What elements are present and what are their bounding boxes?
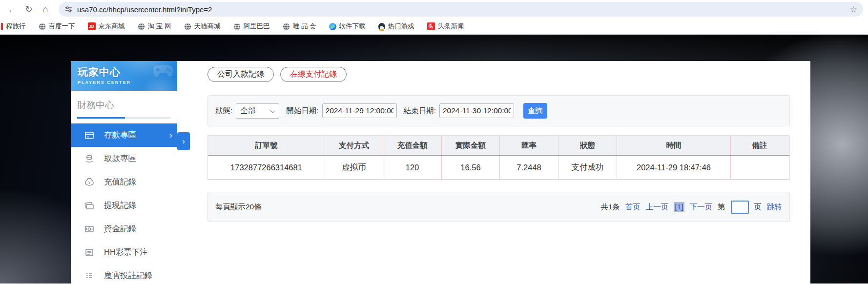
- bookmark-label: 程旅行: [6, 22, 26, 31]
- address-bar[interactable]: usa70.cc/hhcp/usercenter.html?iniType=2 …: [59, 2, 863, 17]
- globe-icon: [283, 23, 290, 30]
- jump-action-link[interactable]: 跳转: [767, 202, 782, 212]
- prev-page-link[interactable]: 上一页: [646, 202, 669, 212]
- svg-text:¥: ¥: [88, 181, 91, 185]
- chevron-down-icon: [270, 108, 275, 113]
- main-container: 玩家中心 PLAYERS CENTER 財務中心 存款專區 ›: [71, 61, 810, 284]
- column-header-order-no: 訂單號: [208, 136, 325, 155]
- records-table: 訂單號 支付方式 充值金額 實際金額 匯率 狀態 時間 備註 173287726…: [207, 135, 790, 180]
- globe-icon: [138, 23, 145, 30]
- column-header-rate: 匯率: [499, 136, 558, 155]
- sidebar-subtitle: PLAYERS CENTER: [78, 80, 177, 85]
- bookmark-item[interactable]: 程旅行: [1, 22, 26, 31]
- penguin-icon: [378, 23, 385, 30]
- bookmark-label: 热门游戏: [388, 22, 414, 31]
- cell-time: 2024-11-29 18:47:46: [617, 156, 730, 179]
- bookmark-item[interactable]: 热门游戏: [378, 22, 414, 31]
- browser-toolbar: ← ↻ ⌂ usa70.cc/hhcp/usercenter.html?iniT…: [0, 0, 868, 19]
- status-selected-value: 全部: [240, 106, 255, 116]
- end-date-label: 結束日期:: [404, 106, 436, 116]
- filter-bar: 狀態: 全部 開始日期: 結束日期: 查詢: [207, 95, 790, 126]
- clipped-favicon-icon: [1, 23, 3, 30]
- status-select[interactable]: 全部: [236, 103, 279, 119]
- cell-payment-method: 虚拟币: [325, 156, 383, 179]
- table-row: 1732877266314681 虚拟币 120 16.56 7.2448 支付…: [208, 156, 789, 180]
- bookmark-star-icon[interactable]: ☆: [850, 4, 857, 15]
- page-size-text: 每頁顯示20條: [215, 202, 262, 212]
- jd-icon: JD: [88, 22, 96, 30]
- bookmark-item[interactable]: 阿里巴巴: [233, 22, 270, 31]
- pagination-controls: 共1条 首页 上一页 [1] 下一页 第 页 跳转: [600, 201, 782, 214]
- sidebar-menu: 存款專區 › 取款專區 ¥ 充值記錄 提現記錄: [71, 123, 177, 284]
- sidebar-item-funds-records[interactable]: 資金記錄: [71, 217, 177, 241]
- page-background: 玩家中心 PLAYERS CENTER 財務中心 存款專區 ›: [0, 35, 868, 284]
- sidebar-item-hh-lottery-bets[interactable]: HH彩票下注: [71, 241, 177, 264]
- bookmark-label: 头条新闻: [438, 22, 464, 31]
- cell-status: 支付成功: [558, 156, 617, 179]
- chevron-right-icon: ›: [169, 130, 172, 141]
- deposit-card-icon: [84, 130, 95, 140]
- cell-actual-amount: 16.56: [441, 156, 499, 179]
- sidebar-item-withdraw-zone[interactable]: 取款專區: [71, 147, 177, 170]
- first-page-link[interactable]: 首页: [625, 202, 641, 212]
- banknote-icon: [84, 224, 95, 234]
- tab-company-deposit-records[interactable]: 公司入款記錄: [207, 67, 274, 82]
- page-jump-input[interactable]: [731, 201, 749, 214]
- sidebar-item-deposit-zone[interactable]: 存款專區 ›: [71, 123, 177, 147]
- tab-online-payment-records[interactable]: 在線支付記錄: [280, 67, 347, 82]
- pagination-bar: 每頁顯示20條 共1条 首页 上一页 [1] 下一页 第 页 跳转: [207, 192, 790, 222]
- bookmark-label: 淘 宝 网: [148, 22, 171, 31]
- bookmark-label: 天猫商城: [194, 22, 221, 31]
- current-page-indicator: [1]: [674, 202, 684, 212]
- bookmark-item[interactable]: 天猫商城: [184, 22, 221, 31]
- site-settings-icon[interactable]: [64, 5, 72, 13]
- sidebar-item-magic-bet-records[interactable]: 魔寶投註記錄: [71, 264, 177, 284]
- sidebar-item-withdrawal-records[interactable]: 提現記錄: [71, 194, 177, 217]
- list-icon: [84, 271, 95, 281]
- column-header-payment-method: 支付方式: [325, 136, 383, 155]
- start-date-input[interactable]: [322, 103, 397, 118]
- bookmark-item[interactable]: 软件下载: [329, 22, 366, 31]
- bookmark-item[interactable]: 百度一下: [39, 22, 75, 31]
- bookmark-item[interactable]: JD 京东商城: [88, 22, 125, 31]
- bookmark-item[interactable]: 头 头条新闻: [427, 22, 464, 31]
- status-label: 狀態:: [215, 106, 232, 116]
- home-icon[interactable]: ⌂: [38, 2, 53, 17]
- column-header-remark: 備註: [730, 136, 788, 155]
- total-count: 共1条: [600, 202, 620, 212]
- reload-icon[interactable]: ↻: [21, 2, 36, 17]
- end-date-input[interactable]: [439, 103, 514, 118]
- bookmarks-bar: 程旅行 百度一下 JD 京东商城 淘 宝 网 天猫商城 阿里巴巴 唯 品 会 软…: [0, 19, 868, 35]
- url-text[interactable]: usa70.cc/hhcp/usercenter.html?iniType=2: [77, 5, 850, 14]
- sidebar-item-label: 提現記錄: [104, 200, 136, 211]
- search-button[interactable]: 查詢: [523, 103, 547, 119]
- sidebar-collapse-handle[interactable]: ›: [177, 132, 190, 150]
- players-center-banner: 玩家中心 PLAYERS CENTER: [71, 61, 177, 91]
- bookmark-item[interactable]: 淘 宝 网: [138, 22, 171, 31]
- cash-icon: [84, 201, 95, 210]
- cell-rate: 7.2448: [499, 156, 558, 179]
- cell-recharge-amount: 120: [383, 156, 441, 179]
- ticket-list-icon: [84, 247, 95, 257]
- gamepad-icon: [152, 63, 174, 78]
- hand-coin-icon: [84, 154, 95, 163]
- bookmark-item[interactable]: 唯 品 会: [283, 22, 316, 31]
- table-header-row: 訂單號 支付方式 充值金額 實際金額 匯率 狀態 時間 備註: [208, 136, 789, 156]
- software-download-icon: [329, 23, 336, 30]
- sidebar-item-label: 存款專區: [104, 130, 136, 141]
- column-header-status: 狀態: [558, 136, 617, 155]
- bookmark-label: 百度一下: [49, 22, 75, 31]
- globe-icon: [184, 23, 191, 30]
- bookmark-label: 软件下载: [339, 22, 366, 31]
- sidebar-item-recharge-records[interactable]: ¥ 充值記錄: [71, 170, 177, 194]
- finance-center-heading: 財務中心: [71, 91, 177, 117]
- sidebar-item-label: 充值記錄: [104, 177, 136, 187]
- back-icon[interactable]: ←: [5, 2, 20, 17]
- cell-order-no: 1732877266314681: [208, 156, 325, 179]
- column-header-recharge-amount: 充值金額: [383, 136, 441, 155]
- jump-suffix-label: 页: [754, 202, 762, 212]
- bookmark-label: 阿里巴巴: [244, 22, 270, 31]
- next-page-link[interactable]: 下一页: [690, 202, 713, 212]
- globe-icon: [233, 23, 241, 30]
- column-header-actual-amount: 實際金額: [441, 136, 499, 155]
